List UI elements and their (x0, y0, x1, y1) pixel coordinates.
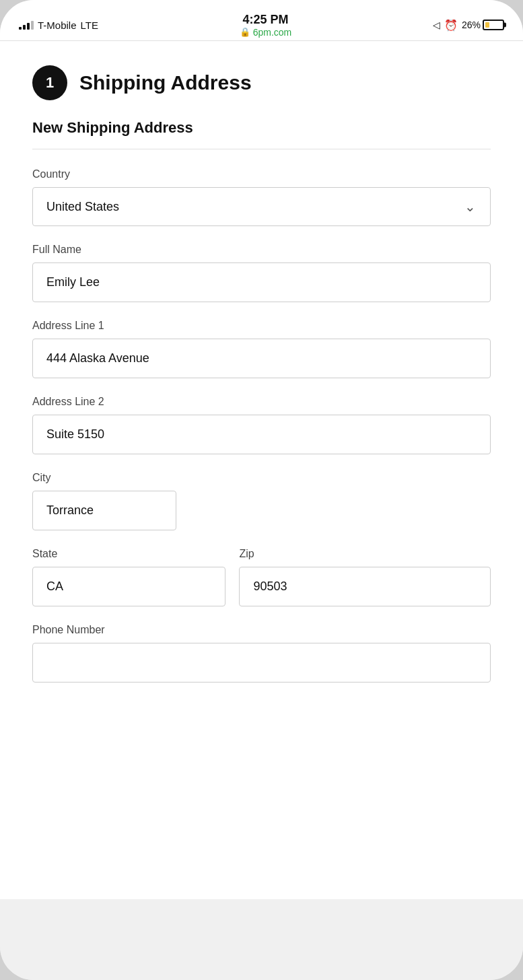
country-field-group: Country United States Canada United King… (32, 168, 491, 226)
country-select-wrapper[interactable]: United States Canada United Kingdom Aust… (32, 187, 491, 226)
battery-fill (485, 22, 489, 28)
state-field-group: State (32, 548, 225, 606)
country-select[interactable]: United States Canada United Kingdom Aust… (32, 187, 491, 226)
website-label: 🔒 6pm.com (240, 27, 292, 38)
main-content: 1 Shipping Address New Shipping Address … (0, 41, 523, 899)
phone-field-group: Phone Number (32, 624, 491, 682)
state-input[interactable] (32, 567, 225, 606)
city-label: City (32, 472, 289, 484)
state-label: State (32, 548, 225, 560)
full-name-field-group: Full Name (32, 244, 491, 302)
time-label: 4:25 PM (240, 13, 292, 27)
location-icon: ◁ (433, 20, 440, 30)
status-bar: T-Mobile LTE 4:25 PM 🔒 6pm.com ◁ ⏰ 26% (0, 0, 523, 40)
address2-label: Address Line 2 (32, 396, 491, 408)
status-left: T-Mobile LTE (19, 20, 98, 31)
zip-field-group: Zip (239, 548, 491, 606)
phone-input[interactable] (32, 643, 491, 682)
address1-input[interactable] (32, 339, 491, 378)
zip-label: Zip (239, 548, 491, 560)
address1-label: Address Line 1 (32, 320, 491, 332)
phone-frame: T-Mobile LTE 4:25 PM 🔒 6pm.com ◁ ⏰ 26% (0, 0, 523, 980)
battery-percent: 26% (462, 20, 481, 30)
battery-container: 26% (462, 20, 504, 30)
status-center: 4:25 PM 🔒 6pm.com (240, 13, 292, 38)
address1-field-group: Address Line 1 (32, 320, 491, 378)
network-label: LTE (81, 20, 98, 31)
full-name-input[interactable] (32, 262, 491, 302)
city-input[interactable] (32, 491, 176, 530)
address2-field-group: Address Line 2 (32, 396, 491, 454)
bottom-area (0, 899, 523, 980)
page-title: Shipping Address (79, 71, 252, 94)
country-label: Country (32, 168, 491, 180)
battery-icon (483, 20, 504, 30)
lock-icon: 🔒 (240, 27, 250, 37)
status-right: ◁ ⏰ 26% (433, 19, 504, 32)
address2-input[interactable] (32, 415, 491, 454)
signal-bars-icon (19, 20, 34, 30)
city-field-group: City (32, 472, 289, 530)
section-divider (32, 149, 491, 149)
state-zip-row: State Zip (32, 548, 491, 606)
full-name-label: Full Name (32, 244, 491, 256)
step-badge: 1 (32, 65, 67, 100)
page-header: 1 Shipping Address (32, 65, 491, 100)
zip-input[interactable] (239, 567, 491, 606)
phone-label: Phone Number (32, 624, 491, 636)
alarm-icon: ⏰ (444, 19, 458, 32)
section-title: New Shipping Address (32, 119, 491, 137)
carrier-label: T-Mobile (38, 20, 77, 31)
